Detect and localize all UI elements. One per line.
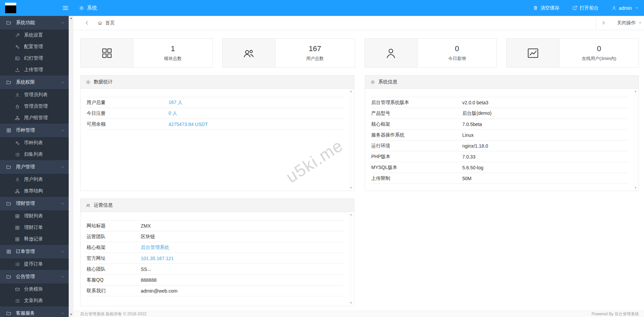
info-value-link[interactable]: 4275473.84 USDT — [169, 122, 208, 127]
sidebar-item-release-records[interactable]: 释放记录 — [0, 233, 69, 245]
sidebar-item-referral-structure[interactable]: 推荐结构 — [0, 185, 69, 197]
panel-scrollbar[interactable]: ▲▼ — [349, 90, 353, 189]
sidebar: 系统功能系统设置配置管理幻灯管理上传管理系统权限管理员列表管理员管理用户组管理币… — [0, 16, 69, 317]
admin-user-button[interactable]: admin — [612, 5, 639, 11]
sidebar-item-label: 管理员管理 — [24, 103, 48, 109]
sidebar-item-collect-list[interactable]: 归集列表 — [0, 149, 69, 160]
info-value: 50M — [462, 176, 471, 181]
gear-icon — [79, 5, 84, 11]
sidebar-item-label: 配置管理 — [24, 44, 43, 50]
logo[interactable] — [0, 0, 58, 16]
info-row: PHP版本7.0.33 — [371, 151, 628, 162]
tab-controls: 关闭操作 — [596, 16, 644, 30]
info-value: 区块链 — [141, 234, 155, 240]
sidebar-group-system-functions[interactable]: 系统功能 — [0, 16, 69, 29]
tab-scroll-right-button[interactable] — [596, 16, 612, 30]
clear-cache-button[interactable]: 清空缓存 — [533, 5, 559, 11]
panel-scrollbar[interactable]: ▲▼ — [349, 213, 353, 304]
lock-icon — [15, 104, 20, 109]
sidebar-item-admin-list[interactable]: 管理员列表 — [0, 89, 69, 101]
open-frontend-label: 打开前台 — [580, 5, 599, 11]
info-value: v2.0.0 beta3 — [462, 100, 488, 105]
sidebar-group-label: 用户管理 — [16, 164, 35, 170]
sidebar-group-order-manage[interactable]: 订单管理 — [0, 245, 69, 258]
open-frontend-button[interactable]: 打开前台 — [572, 5, 599, 11]
sidebar-group-finance-manage[interactable]: 理财管理 — [0, 197, 69, 210]
info-value: nginx/1.18.0 — [462, 143, 488, 149]
info-label: 网站标题 — [87, 223, 141, 229]
sidebar-item-category-module[interactable]: 分类模块 — [0, 283, 69, 295]
sidebar-group-label: 系统功能 — [16, 20, 35, 26]
sidebar-item-config-manage[interactable]: 配置管理 — [0, 41, 69, 52]
info-row: 核心框架后台管理系统 — [87, 242, 344, 253]
sidebar-group-user-manage[interactable]: 用户管理 — [0, 160, 69, 174]
panel-system-info: 系统信息后台管理系统版本v2.0.0 beta3产品型号后台版(demo)核心框… — [365, 75, 639, 191]
info-label: 今日注册 — [87, 110, 169, 117]
scroll-up-icon[interactable]: ▲ — [350, 90, 352, 93]
sidebar-item-finance-list[interactable]: 理财列表 — [0, 210, 69, 222]
menu-toggle-icon[interactable] — [58, 0, 73, 16]
info-label: 核心框架 — [371, 121, 462, 127]
th-large-icon — [15, 214, 20, 219]
panel-header-operation-info: 运营信息 — [81, 199, 354, 212]
sidebar-item-slide-manage[interactable]: 幻灯管理 — [0, 52, 69, 64]
sitemap-icon — [15, 189, 20, 194]
sidebar-group-label: 系统权限 — [16, 79, 35, 85]
info-label: 服务器操作系统 — [371, 132, 462, 138]
cogs-icon — [15, 141, 20, 146]
sidebar-item-article-list[interactable]: 文章列表 — [0, 295, 69, 307]
sidebar-item-upload-manage[interactable]: 上传管理 — [0, 64, 69, 76]
info-value-link[interactable]: 167 人 — [169, 100, 182, 106]
scroll-down-icon[interactable]: ▼ — [634, 187, 637, 189]
info-row: 服务器操作系统Linux — [371, 130, 628, 141]
sidebar-scrollbar[interactable]: ▲ ▼ — [69, 16, 73, 317]
logo-image — [5, 3, 16, 13]
info-label: 产品型号 — [371, 110, 462, 117]
app-title: 系统 — [79, 5, 97, 11]
stat-card-users-total: 167用户总数 — [222, 38, 355, 68]
close-actions-dropdown[interactable]: 关闭操作 — [612, 16, 644, 30]
sidebar-group-coin-manage[interactable]: 币种管理 — [0, 124, 69, 137]
tab-home[interactable]: 首页 — [97, 20, 115, 26]
th-large-icon — [15, 225, 20, 230]
scroll-down-icon[interactable]: ▼ — [350, 302, 352, 304]
info-label: 运营团队 — [87, 234, 141, 240]
chevron-down-icon — [61, 80, 65, 84]
chevron-left-icon[interactable] — [84, 20, 90, 26]
sidebar-item-label: 归集列表 — [24, 151, 43, 157]
stat-label: 在线用户(3min内) — [582, 56, 616, 62]
envelope-icon — [15, 287, 20, 292]
info-row: 运营团队区块链 — [87, 231, 344, 242]
scroll-up-icon[interactable]: ▲ — [350, 213, 352, 216]
sidebar-item-user-group-manage[interactable]: 用户组管理 — [0, 112, 69, 124]
sidebar-item-withdraw-orders[interactable]: 提币订单 — [0, 258, 69, 270]
info-label: 官方网址 — [87, 255, 141, 261]
sidebar-group-notice-manage[interactable]: 公告管理 — [0, 270, 69, 283]
stat-card-online-users: 0在线用户(3min内) — [506, 38, 639, 68]
scroll-up-icon[interactable]: ▲ — [634, 90, 637, 93]
sidebar-item-label: 提币订单 — [24, 261, 43, 267]
info-value-link[interactable]: 后台管理系统 — [141, 245, 169, 251]
sidebar-item-admin-manage[interactable]: 管理员管理 — [0, 101, 69, 112]
info-label: 客服QQ — [87, 277, 141, 283]
info-value-link[interactable]: 0 人 — [169, 110, 177, 117]
info-value: Linux — [462, 132, 473, 138]
info-value-link[interactable]: 101.35.167.121 — [141, 256, 174, 261]
sidebar-item-system-settings[interactable]: 系统设置 — [0, 29, 69, 41]
info-row: MYSQL版本5.6.50-log — [371, 162, 628, 173]
stat-label: 用户总数 — [306, 56, 324, 62]
info-row: 网站标题ZMX — [87, 220, 344, 231]
scroll-up-icon[interactable]: ▲ — [70, 17, 72, 20]
caret-down-icon — [638, 21, 642, 25]
scroll-down-icon[interactable]: ▼ — [70, 313, 72, 316]
scroll-down-icon[interactable]: ▼ — [350, 187, 352, 189]
sidebar-item-label: 理财订单 — [24, 225, 43, 231]
sidebar-item-finance-orders[interactable]: 理财订单 — [0, 222, 69, 233]
sidebar-item-coin-list[interactable]: 币种列表 — [0, 137, 69, 149]
info-row: 客服QQ888888 — [87, 275, 344, 286]
sidebar-group-customer-service[interactable]: 客服服务 — [0, 307, 69, 317]
sidebar-item-user-list[interactable]: 用户列表 — [0, 174, 69, 185]
dashboard-content: 1模块总数167用户总数0今日新增0在线用户(3min内) 数据统计用户总量16… — [73, 30, 644, 311]
sidebar-group-system-permission[interactable]: 系统权限 — [0, 76, 69, 89]
panel-scrollbar[interactable]: ▲▼ — [634, 90, 638, 189]
